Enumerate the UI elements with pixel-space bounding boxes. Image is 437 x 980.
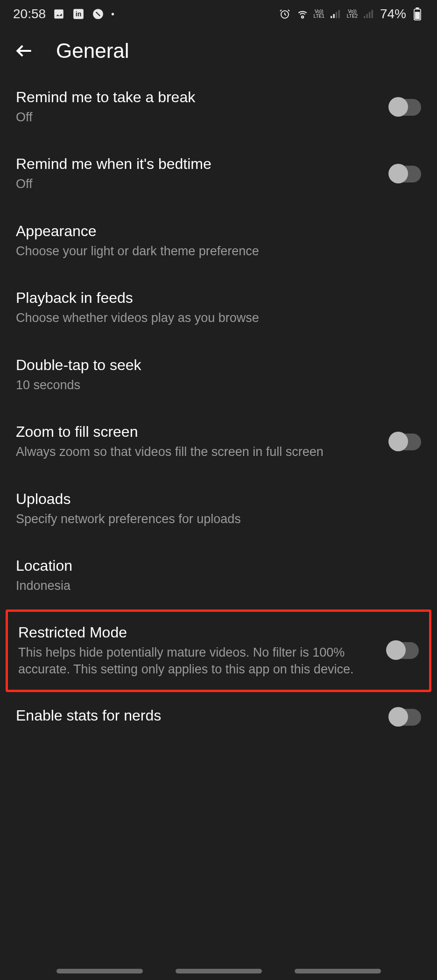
setting-uploads[interactable]: Uploads Specify network preferences for … [0, 476, 437, 542]
toggle-knob [386, 640, 406, 660]
status-left: 20:58 in • [13, 7, 114, 21]
nav-home[interactable] [176, 969, 262, 973]
page-title: General [56, 39, 129, 63]
setting-sub: Choose whether videos play as you browse [16, 309, 410, 326]
app-bar: General [0, 28, 437, 74]
toggle-knob [388, 97, 408, 117]
signal-2-icon [362, 7, 375, 21]
setting-zoom-fill[interactable]: Zoom to fill screen Always zoom so that … [0, 408, 437, 475]
svg-rect-5 [331, 16, 332, 18]
svg-rect-10 [366, 14, 367, 18]
setting-sub: Indonesia [16, 577, 410, 594]
dot-indicator: • [111, 9, 114, 20]
status-bar: 20:58 in • Vo)) LTE1 Vo)) LTE2 [0, 0, 437, 28]
wifi-icon [296, 7, 309, 21]
setting-title: Remind me to take a break [16, 89, 378, 106]
restricted-mode-highlight: Restricted Mode This helps hide potentia… [6, 609, 431, 693]
svg-rect-9 [364, 16, 365, 18]
status-right: Vo)) LTE1 Vo)) LTE2 74% [278, 7, 424, 21]
lte2-indicator: Vo)) LTE2 [347, 9, 358, 19]
setting-location[interactable]: Location Indonesia [0, 542, 437, 609]
settings-list: Remind me to take a break Off Remind me … [0, 74, 437, 742]
setting-sub: Always zoom so that videos fill the scre… [16, 443, 378, 460]
svg-rect-15 [415, 12, 420, 19]
toggle-remind-break[interactable] [389, 99, 421, 116]
toggle-knob [388, 707, 408, 727]
toggle-knob [388, 164, 408, 183]
svg-rect-8 [338, 10, 339, 18]
signal-1-icon [329, 7, 342, 21]
toggle-stats-nerds[interactable] [389, 709, 421, 726]
svg-rect-0 [54, 9, 63, 19]
setting-title: Restricted Mode [18, 624, 376, 641]
notification-blocked-icon [92, 7, 105, 21]
setting-title: Enable stats for nerds [16, 707, 378, 724]
setting-bedtime[interactable]: Remind me when it's bedtime Off [0, 140, 437, 207]
setting-title: Playback in feeds [16, 289, 410, 307]
toggle-bedtime[interactable] [389, 166, 421, 182]
setting-sub: This helps hide potentially mature video… [18, 644, 376, 678]
setting-sub: Off [16, 109, 378, 126]
setting-sub: Specify network preferences for uploads [16, 511, 410, 527]
setting-title: Location [16, 557, 410, 574]
setting-playback-feeds[interactable]: Playback in feeds Choose whether videos … [0, 274, 437, 341]
status-time: 20:58 [13, 7, 46, 21]
image-icon [52, 7, 65, 21]
nav-back[interactable] [295, 969, 381, 973]
toggle-knob [388, 432, 408, 451]
svg-rect-12 [371, 10, 373, 18]
system-nav-bar [0, 969, 437, 973]
setting-stats-nerds[interactable]: Enable stats for nerds [0, 692, 437, 742]
setting-restricted-mode[interactable]: Restricted Mode This helps hide potentia… [8, 612, 429, 690]
svg-rect-6 [333, 14, 334, 18]
setting-sub: Choose your light or dark theme preferen… [16, 243, 410, 259]
setting-title: Double-tap to seek [16, 357, 410, 374]
battery-percent: 74% [380, 7, 406, 21]
lte1-indicator: Vo)) LTE1 [314, 9, 324, 19]
svg-rect-7 [336, 12, 337, 18]
arrow-left-icon [14, 41, 35, 61]
setting-sub: 10 seconds [16, 377, 410, 393]
back-button[interactable] [13, 40, 35, 62]
setting-appearance[interactable]: Appearance Choose your light or dark the… [0, 208, 437, 274]
setting-double-tap[interactable]: Double-tap to seek 10 seconds [0, 342, 437, 408]
setting-sub: Off [16, 175, 378, 192]
toggle-restricted-mode[interactable] [387, 642, 419, 659]
linkedin-icon: in [72, 7, 85, 21]
setting-remind-break[interactable]: Remind me to take a break Off [0, 74, 437, 140]
setting-title: Uploads [16, 490, 410, 508]
svg-text:in: in [76, 10, 82, 18]
toggle-zoom-fill[interactable] [389, 434, 421, 450]
setting-title: Zoom to fill screen [16, 423, 378, 441]
setting-title: Appearance [16, 223, 410, 240]
nav-recents[interactable] [56, 969, 143, 973]
alarm-icon [278, 7, 291, 21]
battery-icon [411, 7, 424, 21]
svg-rect-11 [369, 12, 370, 18]
setting-title: Remind me when it's bedtime [16, 155, 378, 173]
